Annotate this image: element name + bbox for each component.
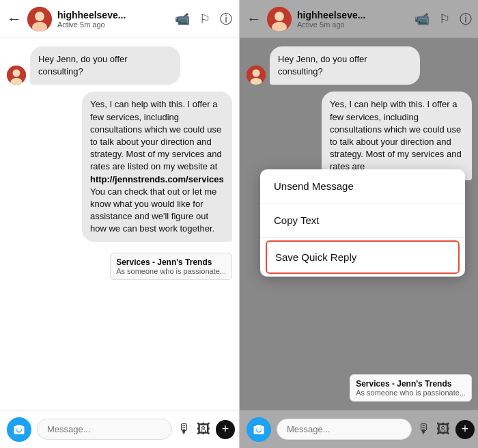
right-bottom-area: Services - Jenn's Trends As someone who … (247, 281, 472, 402)
svg-point-7 (17, 428, 21, 432)
link-jennstrends[interactable]: http://jennstrends.com/services (90, 174, 224, 184)
right-status: Active 5m ago (297, 20, 409, 29)
left-status: Active 5m ago (57, 20, 169, 29)
context-menu: Unsend Message Copy Text Save Quick Repl… (260, 169, 465, 277)
right-msg-avatar-received-1 (247, 66, 266, 85)
video-call-icon[interactable]: 📹 (175, 12, 190, 27)
msg-avatar-received-1 (7, 66, 26, 85)
info-icon[interactable]: ⓘ (220, 11, 232, 27)
svg-point-15 (257, 428, 261, 432)
right-msg-row-received-1: Hey Jenn, do you offer consulting? (247, 46, 472, 85)
right-video-call-icon[interactable]: 📹 (414, 12, 430, 27)
left-header-info: highheelseve... Active 5m ago (57, 10, 169, 29)
flag-icon[interactable]: ⚐ (199, 12, 210, 27)
preview-title-right: Services - Jenn's Trends (356, 379, 466, 389)
left-plus-button[interactable]: + (216, 420, 235, 439)
context-menu-save-quick-reply[interactable]: Save Quick Reply (266, 240, 460, 274)
preview-card-left: Services - Jenn's Trends As someone who … (110, 253, 232, 280)
preview-title-left: Services - Jenn's Trends (116, 257, 226, 267)
right-camera-button[interactable] (247, 417, 271, 442)
right-flag-icon[interactable]: ⚐ (439, 12, 450, 27)
left-header-avatar (27, 7, 52, 31)
right-plus-button[interactable]: + (455, 420, 475, 439)
preview-card-right: Services - Jenn's Trends As someone who … (350, 374, 472, 402)
left-mic-icon[interactable]: 🎙 (178, 421, 191, 437)
left-footer: 🎙 🖼 + (0, 410, 239, 448)
right-back-button[interactable]: ← (247, 10, 262, 28)
right-username: highheelseve... (297, 10, 409, 20)
right-image-icon[interactable]: 🖼 (436, 421, 450, 437)
left-image-icon[interactable]: 🖼 (197, 421, 210, 437)
right-msg-bubble-sent-1: Yes, I can help with this. I offer a few… (322, 92, 472, 180)
left-header-icons: 📹 ⚐ ⓘ (175, 11, 232, 27)
preview-sub-right: As someone who is passionate... (356, 389, 466, 397)
svg-point-3 (36, 12, 44, 20)
right-msg-row-sent-1: Yes, I can help with this. I offer a few… (247, 92, 472, 180)
left-camera-button[interactable] (7, 417, 31, 442)
msg-bubble-sent-1: Yes, I can help with this. I offer a few… (82, 92, 232, 242)
msg-bubble-received-1: Hey Jenn, do you offer consulting? (30, 46, 180, 85)
left-message-input[interactable] (37, 419, 172, 440)
left-username: highheelseve... (57, 10, 169, 20)
left-panel: ← highheelseve... Active 5m ago 📹 ⚐ ⓘ (0, 0, 239, 448)
right-panel: ← highheelseve... Active 5m ago 📹 ⚐ ⓘ (240, 0, 478, 448)
msg-row-sent-1: Yes, I can help with this. I offer a few… (7, 92, 232, 242)
left-messages-area: Hey Jenn, do you offer consulting? Yes, … (0, 38, 239, 410)
preview-sub-left: As someone who is passionate... (116, 267, 226, 275)
svg-point-13 (253, 70, 260, 77)
right-header-info: highheelseve... Active 5m ago (297, 10, 409, 29)
right-message-input[interactable] (277, 419, 412, 440)
right-mic-icon[interactable]: 🎙 (417, 421, 431, 437)
right-header: ← highheelseve... Active 5m ago 📹 ⚐ ⓘ (240, 0, 478, 38)
context-menu-unsend[interactable]: Unsend Message (260, 169, 465, 204)
svg-point-5 (13, 70, 20, 77)
left-header: ← highheelseve... Active 5m ago 📹 ⚐ ⓘ (0, 0, 239, 38)
preview-card-row-right: Services - Jenn's Trends As someone who … (247, 370, 472, 402)
right-header-icons: 📹 ⚐ ⓘ (414, 11, 472, 27)
svg-point-11 (275, 12, 283, 20)
right-msg-bubble-received-1: Hey Jenn, do you offer consulting? (270, 46, 420, 85)
right-info-icon[interactable]: ⓘ (460, 11, 472, 27)
preview-card-row-left: Services - Jenn's Trends As someone who … (7, 249, 232, 280)
right-footer: 🎙 🖼 + (240, 410, 478, 448)
context-menu-copy[interactable]: Copy Text (260, 204, 465, 238)
right-header-avatar (267, 7, 292, 31)
left-back-button[interactable]: ← (7, 10, 22, 28)
msg-row-received-1: Hey Jenn, do you offer consulting? (7, 46, 232, 85)
